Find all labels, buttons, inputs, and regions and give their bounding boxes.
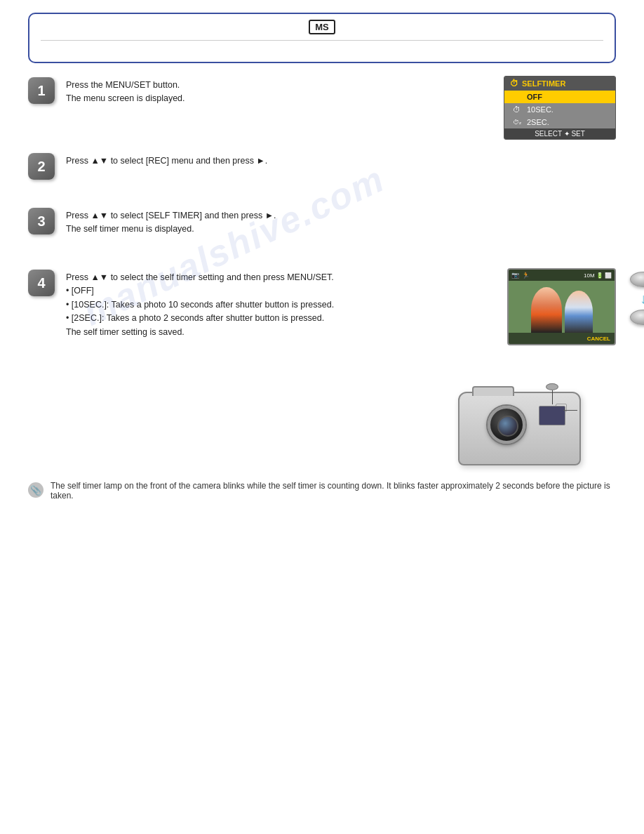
selftimer-title: SELFTIMER: [522, 79, 565, 88]
step-4-row: 4 Press ▲▼ to select the self timer sett…: [28, 268, 616, 366]
camera-lens: [488, 406, 525, 444]
camera-body: [458, 392, 581, 465]
camera-shutter-btn: [546, 383, 558, 390]
selftimer-option-2sec: ⏱₂ 2SEC.: [504, 116, 615, 128]
step-2-text: Press ▲▼ to select [REC] menu and then p…: [66, 152, 616, 168]
note-row: 📎 The self timer lamp on the front of th…: [28, 481, 616, 501]
step-1-badge: 1: [28, 77, 55, 104]
selftimer-menu-illustration: ⏱ SELFTIMER OFF ⏱ 10SEC. ⏱₂ 2SEC. SELECT…: [504, 76, 616, 140]
camera-vf-icon: 📷: [511, 272, 519, 279]
ms-badge: MS: [309, 20, 335, 34]
camera-body-row: [28, 385, 581, 465]
shutter-arrow: ↓: [640, 291, 644, 305]
selftimer-option-10sec: ⏱ 10SEC.: [504, 103, 615, 116]
person-1: [531, 287, 562, 333]
camera-lens-inner: [497, 416, 518, 437]
step-3-row: 3 Press ▲▼ to select [SELF TIMER] and th…: [28, 206, 616, 249]
viewfinder-bottom-bar: CANCEL: [509, 333, 615, 344]
camera-top-bump: [472, 386, 514, 396]
selftimer-bottom-bar: SELECT ✦ SET: [504, 128, 615, 139]
step4-right-panel: 📷 🏃 10M 🔋 ⬜ CANCEL: [507, 268, 616, 345]
step-1-row: 1 Press the MENU/SET button.The menu scr…: [28, 76, 616, 118]
step-4-badge: 4: [28, 270, 55, 296]
clock-icon: ⏱: [510, 79, 518, 88]
step-3-text: Press ▲▼ to select [SELF TIMER] and then…: [66, 206, 616, 237]
vf-people: [509, 281, 615, 333]
step-2-badge: 2: [28, 153, 55, 180]
cancel-label: CANCEL: [587, 336, 610, 342]
camera-pointer-line: [563, 410, 577, 411]
step-2-row: 2 Press ▲▼ to select [REC] menu and then…: [28, 152, 616, 187]
shutter-btn-bottom: [630, 310, 644, 325]
step-3-badge: 3: [28, 208, 55, 234]
memo-icon: 📎: [28, 482, 43, 498]
camera-screen: [539, 406, 565, 425]
camera-viewfinder: 📷 🏃 10M 🔋 ⬜ CANCEL: [507, 268, 616, 345]
scene-vf-icon: 🏃: [522, 272, 530, 279]
shutter-btn-top: [630, 272, 644, 287]
header-box: MS: [28, 13, 616, 63]
selftimer-option-off: OFF: [504, 91, 615, 103]
camera-shutter-line: [552, 390, 553, 404]
note-text: The self timer lamp on the front of the …: [51, 481, 616, 501]
main-content: 1 Press the MENU/SET button.The menu scr…: [28, 76, 616, 501]
viewfinder-top-bar: 📷 🏃 10M 🔋 ⬜: [509, 270, 615, 281]
shutter-buttons: ↓: [630, 272, 644, 325]
person-2: [565, 291, 593, 333]
vf-right-icons: 10M 🔋 ⬜: [584, 272, 612, 279]
